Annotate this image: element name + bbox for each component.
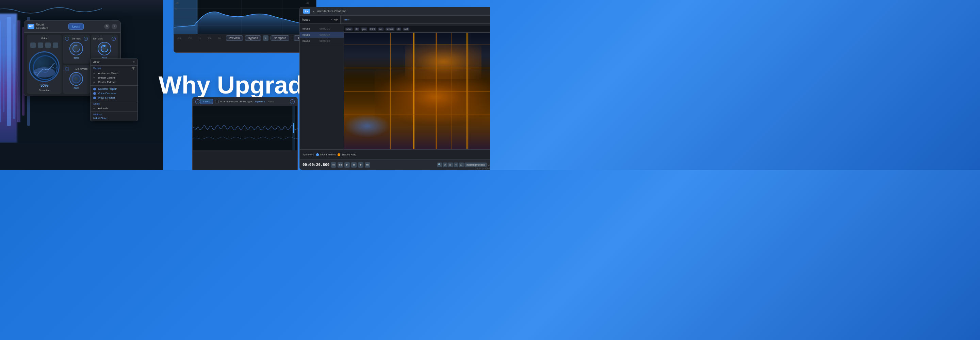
search-prev-icon[interactable]: ◀ — [334, 18, 336, 21]
ambience-match-item[interactable]: ○ Ambience Match — [93, 71, 135, 75]
svg-rect-42 — [344, 68, 490, 68]
search-input[interactable] — [302, 18, 329, 21]
zoom-selection-icon[interactable]: ⊡ — [459, 162, 464, 167]
settings-icon[interactable]: ⚙ — [104, 24, 110, 29]
svg-rect-35 — [345, 19, 347, 21]
nr-adaptive-mode: Adaptive mode — [215, 100, 238, 103]
nr-filter-options: Dynamic Static — [255, 100, 274, 103]
go-end-btn[interactable]: ⏭ — [365, 162, 370, 168]
nr-dynamic-option[interactable]: Dynamic — [255, 100, 266, 103]
voice-label: Voice — [41, 37, 48, 40]
speaker-nick: Nick LaPenn — [316, 153, 336, 156]
tracey-king-name: Tracey King — [342, 153, 356, 156]
de-click-settings[interactable]: ⊙ — [111, 37, 116, 41]
nr-settings-icon[interactable]: i — [290, 99, 295, 104]
word-tag-you: you — [361, 27, 367, 30]
freq-100: 100 — [188, 37, 192, 40]
svg-rect-3 — [13, 24, 15, 119]
de-reverb-knob[interactable] — [69, 72, 83, 86]
spectral-repair-item[interactable]: Spectral Repair — [93, 87, 135, 91]
de-ess-info[interactable]: i — [65, 37, 69, 41]
svg-marker-15 — [96, 62, 100, 63]
freq-hz: Hz — [218, 37, 221, 40]
zoom-fit-icon[interactable]: ⊞ — [448, 162, 453, 167]
nr-learn-button[interactable]: Learn — [200, 99, 213, 104]
rx-toolbar-icons: ⚙ ? — [104, 24, 117, 29]
rx-logo-icon: RX — [27, 24, 34, 29]
preview-button[interactable]: Preview — [226, 35, 243, 41]
de-ess-knob[interactable] — [69, 42, 83, 56]
history-section: History Initial State — [91, 111, 137, 121]
repair-section-title: Repair — [93, 67, 102, 70]
word-text-3: house — [302, 40, 316, 43]
de-ess-header: i De-ess ⊙ — [65, 37, 88, 41]
word-item-3[interactable]: house 00:00:22 — [300, 38, 344, 44]
svg-marker-16 — [132, 67, 135, 70]
play-btn[interactable]: ▶ — [344, 162, 350, 168]
rx-title-bar: RX Repair Assistant Learn ⚙ ? — [24, 21, 121, 33]
center-extract-item[interactable]: ○ Center Extract — [93, 80, 135, 84]
help-icon[interactable]: ? — [111, 24, 117, 29]
search-area: ✕ ◀ ▶ — [300, 16, 340, 24]
voice-denoise-item[interactable]: Voice De-noise — [93, 91, 135, 95]
nr-static-option[interactable]: Static — [267, 100, 274, 103]
svg-text:dB: dB — [306, 2, 309, 5]
de-reverb-info[interactable]: i — [65, 67, 69, 71]
word-item-2[interactable]: house 00:00:17 — [300, 32, 344, 38]
right-panel: RX × Architecture Chat.flac ✕ ◀ ▶ — [293, 0, 490, 170]
de-noise-label: De-noise — [39, 89, 50, 92]
de-reverb-header: i De-reverb — [65, 67, 88, 71]
waveform-icon — [38, 43, 43, 48]
architecture-dot: × — [313, 10, 314, 13]
record-btn[interactable]: ⏺ — [358, 162, 363, 168]
word-list-panel: house 00:00:10 house 00:00:17 house 00:0… — [300, 26, 344, 149]
de-click-knob[interactable] — [98, 42, 111, 56]
de-ess-settings[interactable]: ⊙ — [84, 37, 88, 41]
svg-point-7 — [73, 45, 80, 52]
compare-button[interactable]: Compare — [270, 35, 289, 41]
zoom-spectrogram-icon[interactable]: ≋ — [453, 162, 458, 167]
voice-main-knob[interactable] — [29, 51, 60, 82]
word-tag-do2: do — [396, 27, 401, 30]
search-clear-icon[interactable]: ✕ — [331, 18, 333, 21]
nr-graph — [192, 106, 298, 150]
freq-10k: 10k — [208, 37, 211, 40]
search-next-icon[interactable]: ▶ — [336, 18, 338, 21]
learn-button[interactable]: Learn — [68, 24, 84, 30]
utility-section: Utility ○ Azimuth — [91, 101, 137, 111]
word-time-1: 00:00:10 — [320, 27, 330, 30]
speaker-tracey: Tracey King — [337, 153, 356, 156]
de-ess-label: De-ess — [72, 37, 81, 40]
wow-flutter-item[interactable]: Wow & Flutter — [93, 95, 135, 100]
checked-section: Spectral Repair Voice De-noise Wow & Flu… — [91, 85, 137, 101]
word-text-1: house — [302, 27, 316, 30]
spectrogram-visual — [344, 33, 490, 149]
zoom-in-icon[interactable]: 🔍 — [437, 162, 442, 167]
svg-point-10 — [103, 45, 105, 47]
eq-window: dB 0 dB -20 100 1k 10k Hz Preview Bypass… — [173, 0, 317, 53]
repair-header: Repair — [93, 67, 135, 70]
nr-adaptive-checkbox[interactable] — [215, 100, 218, 103]
rx-right-logo: RX — [303, 9, 310, 14]
instant-process-btn[interactable]: Instant process — [465, 162, 487, 167]
nr-controls: Learn Adaptive mode Filter type: Dynamic… — [200, 99, 290, 104]
repair-chevron-icon — [132, 67, 135, 70]
zoom-out-icon[interactable]: ⊖ — [443, 162, 447, 167]
word-tags-row: what do you think we should do well — [344, 26, 490, 33]
architecture-title: Architecture Chat.flac — [317, 10, 490, 13]
svg-rect-2 — [7, 17, 11, 126]
word-item-1[interactable]: house 00:00:10 — [300, 26, 344, 32]
voice-icons — [30, 43, 58, 48]
nr-info-icon[interactable]: ⊙ — [195, 99, 200, 104]
voice-center-value: 50% — [40, 83, 48, 87]
svg-rect-44 — [344, 114, 490, 115]
bypass-button[interactable]: Bypass — [245, 35, 261, 41]
stop-btn[interactable]: ■ — [351, 162, 356, 168]
azimuth-item[interactable]: ○ Azimuth — [93, 106, 135, 111]
wow-flutter-label: Wow & Flutter — [98, 96, 115, 99]
breath-control-item[interactable]: ○ Breath Control — [93, 75, 135, 80]
breath-control-label: Breath Control — [98, 76, 116, 79]
rewind-btn[interactable]: ◀◀ — [337, 162, 343, 168]
go-start-btn[interactable]: ⏮ — [331, 162, 336, 168]
plus-icon[interactable]: + — [263, 35, 269, 41]
